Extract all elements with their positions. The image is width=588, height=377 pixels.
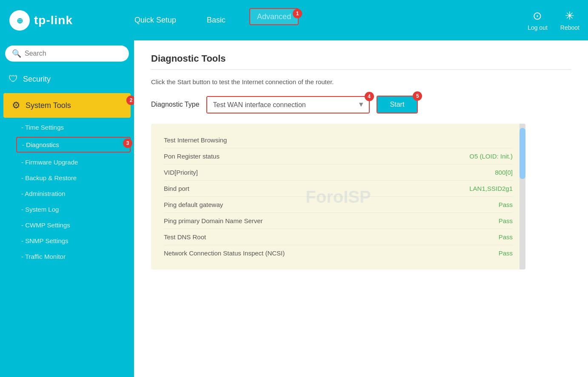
advanced-badge: 1 xyxy=(293,9,302,18)
submenu-administration[interactable]: - Administration xyxy=(13,186,134,201)
result-row: Test Internet Browsing xyxy=(164,132,513,148)
result-value: O5 (LOID: Init.) xyxy=(469,153,513,160)
submenu-traffic-monitor[interactable]: - Traffic Monitor xyxy=(13,249,134,264)
result-row: Ping primary Domain Name Server Pass xyxy=(164,213,513,229)
result-row: Test DNS Root Pass xyxy=(164,229,513,245)
diagnostic-select-wrapper: Test WAN interface connection ▼ xyxy=(206,96,370,113)
diagnostics-badge: 3 xyxy=(123,139,132,148)
diagnostic-type-select[interactable]: Test WAN interface connection xyxy=(207,97,369,113)
results-rows: Test Internet Browsing Pon Register stat… xyxy=(164,132,513,261)
security-label: Security xyxy=(23,75,51,84)
result-value: LAN1,SSID2g1 xyxy=(469,185,513,192)
sidebar-submenu: - Time Settings - Diagnostics 3 - Firmwa… xyxy=(0,119,134,264)
logo-area: ⊕ tp-link xyxy=(9,9,102,31)
submenu-backup-restore[interactable]: - Backup & Restore xyxy=(13,170,134,186)
diagnostic-select-badge: 4 xyxy=(365,92,374,101)
results-table: ForoISP Test Internet Browsing Pon Regis… xyxy=(151,124,525,269)
gear-icon: ⚙ xyxy=(12,100,20,111)
tab-quick-setup[interactable]: Quick Setup xyxy=(128,12,183,28)
start-button-badge: 5 xyxy=(413,91,422,101)
scrollbar-thumb[interactable] xyxy=(519,128,525,179)
result-label: Bind port xyxy=(164,185,189,192)
result-label: Pon Register status xyxy=(164,153,220,160)
system-tools-badge: 2 xyxy=(126,96,134,105)
result-label: Ping default gateway xyxy=(164,201,223,208)
sidebar: 🔍 🛡 Security ⚙ System Tools 2 - Time Set… xyxy=(0,40,134,377)
shield-icon: 🛡 xyxy=(9,74,18,85)
result-label: Test Internet Browsing xyxy=(164,136,227,144)
tab-advanced[interactable]: Advanced xyxy=(249,8,299,25)
result-label: VID[Priority] xyxy=(164,169,198,176)
submenu-cwmp-settings[interactable]: - CWMP Settings xyxy=(13,217,134,233)
start-btn-wrapper: Start xyxy=(377,96,418,113)
result-value: Pass xyxy=(499,217,513,224)
header-actions: ⊙ Log out ✳ Reboot xyxy=(528,9,579,31)
result-value: Pass xyxy=(499,233,513,241)
reboot-button[interactable]: ✳ Reboot xyxy=(560,9,579,31)
tab-basic[interactable]: Basic xyxy=(200,12,232,28)
result-label: Ping primary Domain Name Server xyxy=(164,217,263,224)
logout-label: Log out xyxy=(528,24,548,31)
result-label: Network Connection Status Inspect (NCSI) xyxy=(164,249,285,257)
results-scrollbar[interactable] xyxy=(519,124,525,269)
header: ⊕ tp-link Quick Setup Basic Advanced 1 ⊙… xyxy=(0,0,588,40)
result-label: Test DNS Root xyxy=(164,233,206,241)
start-button-container: Start 5 xyxy=(377,96,418,113)
svg-text:⊕: ⊕ xyxy=(17,17,23,25)
submenu-firmware-upgrade[interactable]: - Firmware Upgrade xyxy=(13,154,134,170)
submenu-diagnostics[interactable]: - Diagnostics xyxy=(16,137,131,153)
system-tools-label: System Tools xyxy=(26,101,71,110)
result-row: VID[Priority] 800[0] xyxy=(164,164,513,181)
sidebar-item-system-tools[interactable]: ⚙ System Tools xyxy=(3,93,131,118)
result-row: Pon Register status O5 (LOID: Init.) xyxy=(164,148,513,164)
logout-icon: ⊙ xyxy=(533,9,542,23)
nav-tabs: Quick Setup Basic Advanced 1 xyxy=(128,12,528,28)
diagnostic-type-label: Diagnostic Type xyxy=(151,101,200,108)
page-title: Diagnostic Tools xyxy=(151,53,571,70)
logout-button[interactable]: ⊙ Log out xyxy=(528,9,548,31)
submenu-system-log[interactable]: - System Log xyxy=(13,201,134,217)
diagnostic-select-container: Test WAN interface connection ▼ 4 xyxy=(206,96,370,113)
search-input[interactable] xyxy=(25,50,122,57)
result-row: Network Connection Status Inspect (NCSI)… xyxy=(164,245,513,261)
reboot-icon: ✳ xyxy=(565,9,574,23)
search-icon: 🔍 xyxy=(12,49,21,58)
system-tools-wrapper: ⚙ System Tools 2 xyxy=(0,93,134,118)
start-button[interactable]: Start xyxy=(377,96,417,113)
logo-text: tp-link xyxy=(34,14,73,27)
tab-advanced-wrapper: Advanced 1 xyxy=(249,12,299,28)
main-content: Diagnostic Tools Click the Start button … xyxy=(134,40,588,377)
result-value: 800[0] xyxy=(495,169,513,176)
sidebar-item-security[interactable]: 🛡 Security xyxy=(0,67,134,91)
result-row: Bind port LAN1,SSID2g1 xyxy=(164,181,513,197)
reboot-label: Reboot xyxy=(560,24,579,31)
search-box[interactable]: 🔍 xyxy=(5,45,129,62)
diagnostic-row: Diagnostic Type Test WAN interface conne… xyxy=(151,96,571,113)
submenu-time-settings[interactable]: - Time Settings xyxy=(13,119,134,135)
result-value: Pass xyxy=(499,201,513,208)
description: Click the Start button to test the Inter… xyxy=(151,78,571,85)
tplink-logo-icon: ⊕ xyxy=(9,9,31,31)
submenu-snmp-settings[interactable]: - SNMP Settings xyxy=(13,233,134,249)
result-row: Ping default gateway Pass xyxy=(164,197,513,213)
diagnostics-wrapper: - Diagnostics 3 xyxy=(13,137,134,153)
result-value: Pass xyxy=(499,249,513,257)
